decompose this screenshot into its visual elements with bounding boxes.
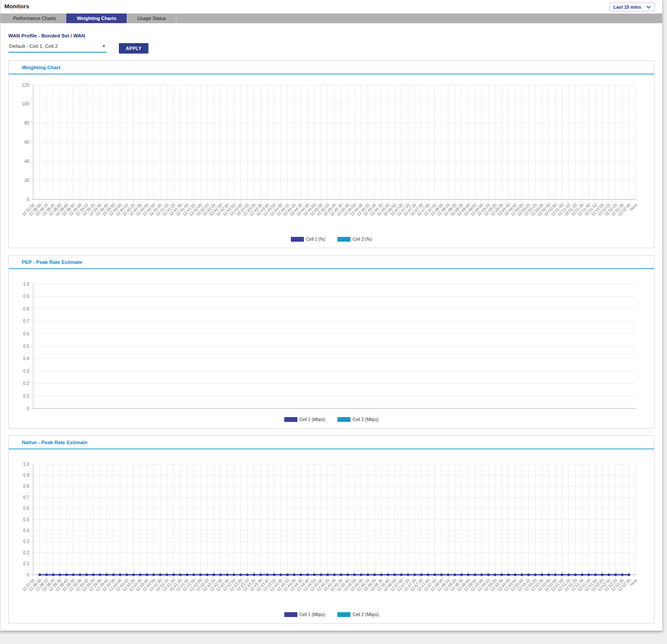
wan-profile-selected-value: Default - Cell 1, Cell 2	[9, 44, 58, 49]
legend-item: Cell 2 (Mbps)	[337, 417, 378, 422]
svg-text:0.9: 0.9	[23, 294, 29, 299]
svg-text:0.4: 0.4	[23, 528, 29, 533]
legend-label: Cell 1 (Mbps)	[300, 612, 325, 617]
pep-peak-rate-chart-svg: 00.10.20.30.40.50.60.70.80.91.0	[10, 280, 653, 415]
svg-text:0.1: 0.1	[23, 561, 29, 566]
weighting-chart: 02040608010012012:37:5012:38:0012:38:101…	[9, 74, 654, 248]
svg-text:Now: Now	[629, 202, 638, 211]
weighting-chart-svg: 02040608010012012:37:5012:38:0012:38:101…	[10, 81, 653, 235]
tab-bar: Performance Charts Weighting Charts Usag…	[0, 13, 662, 23]
header: Monitors Last 15 mins	[0, 0, 662, 13]
svg-text:0.4: 0.4	[23, 356, 29, 361]
select-caret-icon: ▼	[102, 44, 106, 48]
svg-text:0.8: 0.8	[23, 307, 29, 311]
legend-swatch	[337, 417, 350, 422]
svg-text:120: 120	[22, 83, 29, 88]
native-peak-rate-chart: 00.10.20.30.40.50.60.70.80.91.012:37:501…	[9, 449, 654, 623]
app-window: Monitors Last 15 mins Performance Charts…	[0, 0, 663, 631]
legend-label: Cell 1 (%)	[306, 237, 325, 242]
legend-label: Cell 1 (Mbps)	[300, 417, 325, 422]
svg-text:0.8: 0.8	[23, 484, 29, 489]
svg-text:0.3: 0.3	[23, 369, 29, 374]
wan-profile-row: Default - Cell 1, Cell 2 ▼ APPLY	[8, 43, 654, 54]
svg-text:0.3: 0.3	[23, 539, 29, 544]
panel-title-weighting: Weighting Chart	[9, 61, 654, 74]
page-title: Monitors	[4, 3, 29, 10]
svg-text:1.0: 1.0	[23, 462, 29, 467]
panel-title-native: Native - Peak Rate Estimate	[9, 436, 654, 449]
svg-text:20: 20	[24, 178, 30, 183]
legend-label: Cell 2 (Mbps)	[353, 417, 378, 422]
svg-text:40: 40	[24, 159, 30, 164]
wan-profile-label: WAN Profile - Bonded Set / WAN	[8, 33, 654, 38]
svg-text:0.6: 0.6	[23, 331, 29, 336]
chevron-down-icon	[646, 6, 651, 9]
svg-text:0: 0	[27, 573, 29, 577]
wan-profile-select[interactable]: Default - Cell 1, Cell 2 ▼	[8, 43, 107, 53]
pep-peak-rate-chart-legend: Cell 1 (Mbps)Cell 2 (Mbps)	[10, 417, 653, 422]
svg-text:0.1: 0.1	[23, 394, 29, 398]
svg-text:0.9: 0.9	[23, 473, 29, 478]
time-range-value: Last 15 mins	[613, 4, 641, 10]
tab-weighting-charts[interactable]: Weighting Charts	[66, 13, 127, 23]
svg-text:0.2: 0.2	[23, 381, 29, 386]
legend-item: Cell 1 (%)	[291, 237, 325, 242]
weighting-chart-legend: Cell 1 (%)Cell 2 (%)	[10, 237, 653, 242]
svg-text:1.0: 1.0	[23, 282, 29, 287]
wan-profile-section: WAN Profile - Bonded Set / WAN Default -…	[8, 33, 654, 54]
legend-label: Cell 2 (Mbps)	[353, 612, 378, 617]
legend-item: Cell 1 (Mbps)	[284, 417, 325, 422]
panel-native-peak-rate: Native - Peak Rate Estimate 00.10.20.30.…	[8, 435, 654, 624]
svg-text:0.7: 0.7	[23, 495, 29, 500]
legend-swatch	[337, 237, 350, 242]
panel-title-pep: PEP - Peak Rate Estimate	[9, 256, 654, 269]
svg-text:0.7: 0.7	[23, 319, 29, 324]
native-peak-rate-chart-svg: 00.10.20.30.40.50.60.70.80.91.012:37:501…	[10, 461, 653, 610]
svg-text:60: 60	[24, 140, 30, 145]
svg-text:0: 0	[27, 197, 29, 202]
svg-text:Now: Now	[629, 578, 638, 587]
svg-text:0.6: 0.6	[23, 506, 29, 511]
svg-text:80: 80	[24, 121, 30, 125]
legend-swatch	[337, 612, 350, 617]
legend-label: Cell 2 (%)	[353, 237, 372, 242]
panel-weighting-chart: Weighting Chart 02040608010012012:37:501…	[8, 61, 654, 248]
panel-pep-peak-rate: PEP - Peak Rate Estimate 00.10.20.30.40.…	[8, 255, 654, 428]
legend-item: Cell 2 (Mbps)	[337, 612, 378, 617]
legend-swatch	[284, 612, 297, 617]
legend-item: Cell 1 (Mbps)	[284, 612, 325, 617]
legend-swatch	[291, 237, 304, 242]
tab-performance-charts[interactable]: Performance Charts	[3, 13, 66, 23]
svg-text:0.2: 0.2	[23, 550, 29, 555]
svg-text:0.5: 0.5	[23, 517, 29, 522]
svg-text:100: 100	[22, 101, 29, 106]
legend-swatch	[284, 417, 297, 422]
content-area: WAN Profile - Bonded Set / WAN Default -…	[0, 23, 662, 631]
apply-button[interactable]: APPLY	[119, 43, 148, 54]
pep-peak-rate-chart: 00.10.20.30.40.50.60.70.80.91.0Cell 1 (M…	[9, 269, 654, 428]
native-peak-rate-chart-legend: Cell 1 (Mbps)Cell 2 (Mbps)	[10, 612, 653, 617]
time-range-select[interactable]: Last 15 mins	[610, 3, 655, 11]
svg-text:0: 0	[27, 406, 29, 411]
legend-item: Cell 2 (%)	[337, 237, 372, 242]
tab-usage-status[interactable]: Usage Status	[127, 13, 176, 23]
svg-text:0.5: 0.5	[23, 344, 29, 349]
